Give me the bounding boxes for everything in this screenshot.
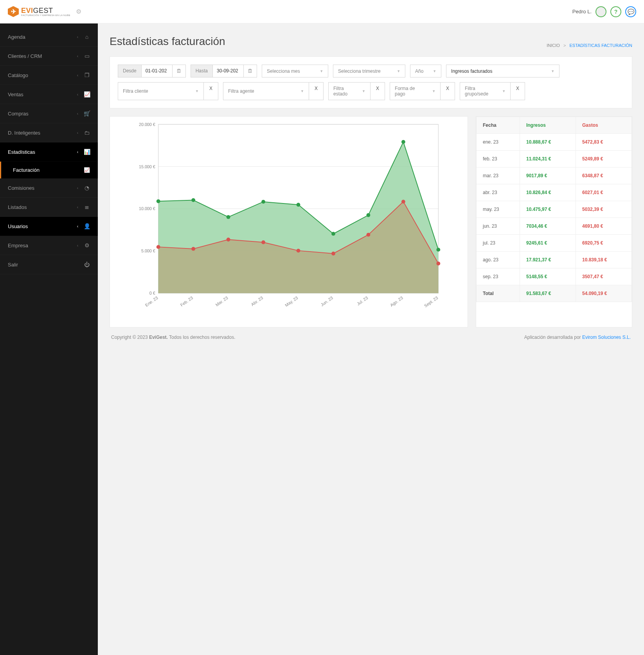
sidebar: Agenda‹⌂ Clientes / CRM‹▭ Catálogo‹❐ Ven… bbox=[0, 23, 98, 655]
sales-icon: 📈 bbox=[84, 91, 90, 97]
svg-point-33 bbox=[297, 249, 300, 253]
filter-client-clear[interactable]: X bbox=[204, 82, 218, 100]
svg-point-22 bbox=[227, 215, 230, 219]
chevron-down-icon: ▼ bbox=[320, 69, 323, 73]
filter-agent-clear[interactable]: X bbox=[309, 82, 324, 100]
power-icon: ⏻ bbox=[84, 261, 90, 268]
folder-icon: 🗀 bbox=[84, 130, 90, 136]
developer-link[interactable]: Evirom Soluciones S.L. bbox=[582, 335, 631, 340]
page-title: Estadísticas facturación bbox=[110, 35, 225, 48]
data-table: Fecha Ingresos Gastos ene. 23 10.888,67 … bbox=[476, 117, 632, 302]
select-type[interactable]: Ingresos facturados▼ bbox=[446, 65, 559, 77]
filter-client-group: Filtra cliente▼ X bbox=[118, 82, 218, 100]
filter-agent[interactable]: Filtra agente▼ bbox=[223, 82, 309, 100]
svg-point-30 bbox=[191, 247, 195, 251]
sidebar-item-agenda[interactable]: Agenda‹⌂ bbox=[0, 27, 98, 47]
breadcrumb-current: ESTADÍSTICAS FACTURACIÓN bbox=[569, 43, 632, 48]
select-month[interactable]: Selecciona mes▼ bbox=[262, 65, 328, 77]
filter-state-clear[interactable]: X bbox=[371, 82, 385, 100]
svg-point-26 bbox=[367, 213, 371, 217]
date-to-input[interactable]: 30-09-202 bbox=[213, 65, 243, 77]
cell-fecha: ene. 23 bbox=[477, 134, 520, 151]
filter-state-group: Filtra estado▼ X bbox=[328, 82, 385, 100]
date-to-group: Hasta 30-09-202 🗓 bbox=[191, 65, 257, 77]
svg-text:20.000 €: 20.000 € bbox=[139, 122, 155, 127]
cell-fecha: jun. 23 bbox=[477, 218, 520, 235]
sidebar-item-listados[interactable]: Listados‹≣ bbox=[0, 198, 98, 217]
filter-group-clear[interactable]: X bbox=[511, 82, 525, 100]
topbar-right: Pedro L. ? 💬 bbox=[572, 6, 636, 17]
page-header: Estadísticas facturación INICIO > ESTADÍ… bbox=[110, 35, 632, 48]
avatar[interactable] bbox=[595, 6, 606, 17]
chevron-down-icon: ▼ bbox=[397, 69, 400, 73]
table-row: mar. 23 9017,89 € 6348,87 € bbox=[477, 167, 632, 184]
home-icon: ⌂ bbox=[84, 34, 90, 40]
svg-text:Ago. 23: Ago. 23 bbox=[389, 295, 404, 308]
cell-gastos: 10.839,18 € bbox=[576, 252, 631, 268]
chevron-down-icon: ▼ bbox=[502, 89, 505, 93]
breadcrumb-home[interactable]: INICIO bbox=[547, 43, 560, 48]
cell-gastos: 6027,01 € bbox=[576, 184, 631, 201]
cell-ingresos: 17.921,37 € bbox=[520, 252, 576, 268]
select-year[interactable]: Año▼ bbox=[410, 65, 441, 77]
filter-payment-group: Forma de pago▼ X bbox=[390, 82, 455, 100]
chart[interactable]: 0 €5.000 €10.000 €15.000 €20.000 €Ene. 2… bbox=[119, 121, 458, 316]
th-gastos: Gastos bbox=[576, 117, 631, 134]
breadcrumb-sep: > bbox=[563, 43, 566, 48]
user-icon: 👤 bbox=[84, 223, 90, 229]
topbar: ✈ EVIGEST FACTURACIÓN Y EMPRESA EN LA NU… bbox=[0, 0, 644, 23]
logo[interactable]: ✈ EVIGEST FACTURACIÓN Y EMPRESA EN LA NU… bbox=[8, 6, 70, 17]
cell-fecha: abr. 23 bbox=[477, 184, 520, 201]
sidebar-sub-facturacion[interactable]: Facturación📈 bbox=[0, 162, 98, 178]
filter-client[interactable]: Filtra cliente▼ bbox=[118, 82, 204, 100]
calendar-icon[interactable]: 🗓 bbox=[243, 65, 257, 77]
cell-ingresos: 10.475,97 € bbox=[520, 201, 576, 218]
list-icon: ≣ bbox=[84, 204, 90, 210]
date-to-label: Hasta bbox=[191, 65, 213, 77]
date-from-input[interactable]: 01-01-202 bbox=[142, 65, 172, 77]
th-ingresos: Ingresos bbox=[520, 117, 576, 134]
logo-icon: ✈ bbox=[8, 6, 19, 17]
main: Estadísticas facturación INICIO > ESTADÍ… bbox=[98, 23, 644, 655]
calendar-icon[interactable]: 🗓 bbox=[172, 65, 185, 77]
sidebar-item-inteligentes[interactable]: D. Inteligentes‹🗀 bbox=[0, 123, 98, 142]
filter-group[interactable]: Filtra grupo/sede▼ bbox=[460, 82, 511, 100]
cell-gastos: 6920,75 € bbox=[576, 235, 631, 252]
gear-icon: ⚙ bbox=[84, 242, 90, 248]
help-icon[interactable]: ? bbox=[610, 6, 621, 17]
filter-state[interactable]: Filtra estado▼ bbox=[328, 82, 371, 100]
cell-fecha: mar. 23 bbox=[477, 167, 520, 184]
sidebar-item-clientes[interactable]: Clientes / CRM‹▭ bbox=[0, 47, 98, 66]
svg-text:10.000 €: 10.000 € bbox=[139, 206, 155, 211]
svg-text:Jul. 23: Jul. 23 bbox=[356, 295, 369, 306]
sidebar-item-compras[interactable]: Compras‹🛒 bbox=[0, 104, 98, 123]
filter-payment-clear[interactable]: X bbox=[441, 82, 455, 100]
date-from-group: Desde 01-01-202 🗓 bbox=[118, 65, 186, 77]
select-quarter[interactable]: Selecciona trimestre▼ bbox=[333, 65, 405, 77]
logo-tagline: FACTURACIÓN Y EMPRESA EN LA NUBE bbox=[21, 14, 70, 16]
date-from-label: Desde bbox=[118, 65, 142, 77]
copyright: Copyright © 2023 EviGest. Todos los dere… bbox=[111, 335, 235, 340]
sidebar-item-usuarios[interactable]: Usuarios‹👤 bbox=[0, 217, 98, 236]
stats-icon: 📊 bbox=[84, 149, 90, 155]
cell-gastos: 5032,39 € bbox=[576, 201, 631, 218]
sidebar-item-catalogo[interactable]: Catálogo‹❐ bbox=[0, 66, 98, 85]
cell-ingresos: 5148,55 € bbox=[520, 268, 576, 285]
chevron-down-icon: ▼ bbox=[551, 69, 554, 73]
svg-text:5.000 €: 5.000 € bbox=[141, 248, 155, 253]
sidebar-item-comisiones[interactable]: Comisiones‹◔ bbox=[0, 178, 98, 198]
sidebar-item-salir[interactable]: Salir⏻ bbox=[0, 255, 98, 274]
sidebar-item-empresa[interactable]: Empresa‹⚙ bbox=[0, 236, 98, 255]
sidebar-item-estadisticas[interactable]: Estadísticas‹📊 bbox=[0, 142, 98, 162]
user-name[interactable]: Pedro L. bbox=[572, 9, 592, 14]
table-row: jul. 23 9245,61 € 6920,75 € bbox=[477, 235, 632, 252]
cell-fecha: sep. 23 bbox=[477, 268, 520, 285]
cell-total-ingresos: 91.583,67 € bbox=[520, 285, 576, 302]
sidebar-item-ventas[interactable]: Ventas‹📈 bbox=[0, 85, 98, 104]
settings-icon[interactable]: ⚙ bbox=[76, 8, 81, 15]
filter-payment[interactable]: Forma de pago▼ bbox=[390, 82, 441, 100]
developer-credit: Aplicación desarrollada por Evirom Soluc… bbox=[524, 335, 631, 340]
chat-icon[interactable]: 💬 bbox=[625, 6, 636, 17]
filters-panel: Desde 01-01-202 🗓 Hasta 30-09-202 🗓 Sele… bbox=[110, 56, 632, 108]
cell-fecha: jul. 23 bbox=[477, 235, 520, 252]
